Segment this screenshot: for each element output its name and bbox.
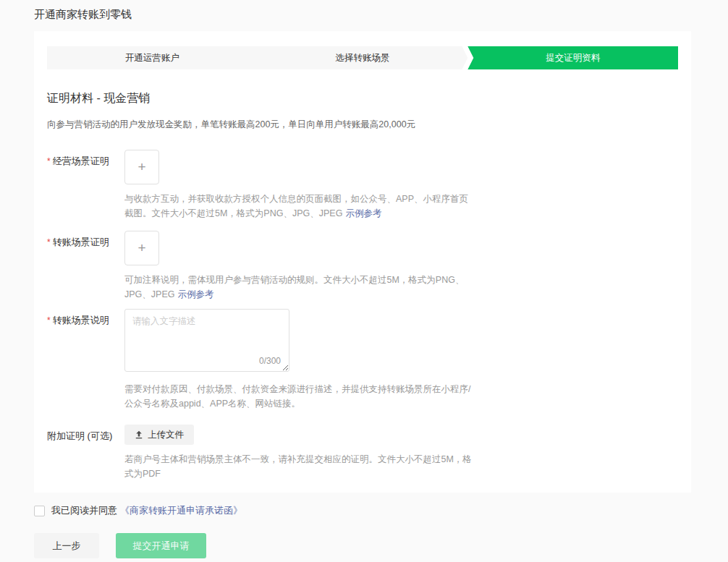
field-label-text: 附加证明 (可选) — [47, 430, 112, 441]
field-additional-proof: 附加证明 (可选) 上传文件 若商户号主体和营销场景主体不一致，请补充提交相应的… — [47, 425, 678, 481]
field-label-text: 经营场景证明 — [53, 156, 109, 166]
field-label: *转账场景说明 — [47, 309, 124, 327]
field-label: 附加证明 (可选) — [47, 425, 124, 443]
field-helper-text: 与收款方互动，并获取收款方授权个人信息的页面截图，如公众号、APP、小程序首页 … — [124, 192, 678, 221]
field-business-scene-proof: *经营场景证明 + 与收款方互动，并获取收款方授权个人信息的页面截图，如公众号、… — [47, 150, 678, 221]
form-card: 开通运营账户 选择转账场景 提交证明资料 证明材料 - 现金营销 向参与营销活动… — [34, 31, 691, 493]
upload-file-button[interactable]: 上传文件 — [124, 425, 194, 445]
agreement-letter-link[interactable]: 《商家转账开通申请承诺函》 — [120, 504, 242, 517]
plus-icon: + — [137, 159, 145, 175]
step-select-transfer-scene[interactable]: 选择转账场景 — [258, 46, 468, 69]
plus-icon: + — [137, 240, 145, 256]
step-bar: 开通运营账户 选择转账场景 提交证明资料 — [47, 46, 678, 69]
example-reference-link[interactable]: 示例参考 — [345, 208, 381, 218]
section-title: 证明材料 - 现金营销 — [47, 91, 678, 106]
field-transfer-scene-description: *转账场景说明 0/300 需要对付款原因、付款场景、付款资金来源进行描述，并提… — [47, 309, 678, 411]
step-open-operating-account[interactable]: 开通运营账户 — [47, 46, 258, 69]
step-submit-proof-active[interactable]: 提交证明资料 — [467, 46, 678, 69]
required-asterisk: * — [47, 315, 51, 325]
required-asterisk: * — [47, 237, 51, 247]
field-transfer-scene-proof: *转账场景证明 + 可加注释说明，需体现用户参与营销活动的规则。文件大小不超过5… — [47, 231, 678, 302]
submit-application-button[interactable]: 提交开通申请 — [116, 533, 206, 558]
field-label-text: 转账场景说明 — [53, 315, 109, 325]
agreement-row: 我已阅读并同意 《商家转账开通申请承诺函》 — [34, 504, 728, 517]
upload-file-label: 上传文件 — [148, 429, 184, 441]
field-helper-text: 若商户号主体和营销场景主体不一致，请补充提交相应的证明。文件大小不超过5M，格 … — [124, 452, 678, 481]
example-reference-link[interactable]: 示例参考 — [177, 289, 213, 299]
page-title: 开通商家转账到零钱 — [34, 8, 728, 22]
image-upload-box[interactable]: + — [124, 231, 159, 265]
field-helper-text: 可加注释说明，需体现用户参与营销活动的规则。文件大小不超过5M，格式为PNG、 … — [124, 273, 678, 302]
agreement-text: 我已阅读并同意 — [51, 504, 117, 517]
field-label: *经营场景证明 — [47, 150, 124, 168]
upload-icon — [135, 430, 143, 439]
image-upload-box[interactable]: + — [124, 150, 159, 184]
agreement-checkbox[interactable] — [34, 506, 45, 516]
footer-actions: 上一步 提交开通申请 — [34, 533, 728, 558]
scene-description-textarea[interactable] — [124, 309, 289, 372]
section-description: 向参与营销活动的用户发放现金奖励，单笔转账最高200元，单日向单用户转账最高20… — [47, 119, 678, 131]
field-helper-text: 需要对付款原因、付款场景、付款资金来源进行描述，并提供支持转账场景所在小程序/ … — [124, 382, 678, 411]
field-label: *转账场景证明 — [47, 231, 124, 249]
previous-step-button[interactable]: 上一步 — [34, 533, 99, 558]
required-asterisk: * — [47, 156, 51, 166]
field-label-text: 转账场景证明 — [53, 237, 109, 247]
